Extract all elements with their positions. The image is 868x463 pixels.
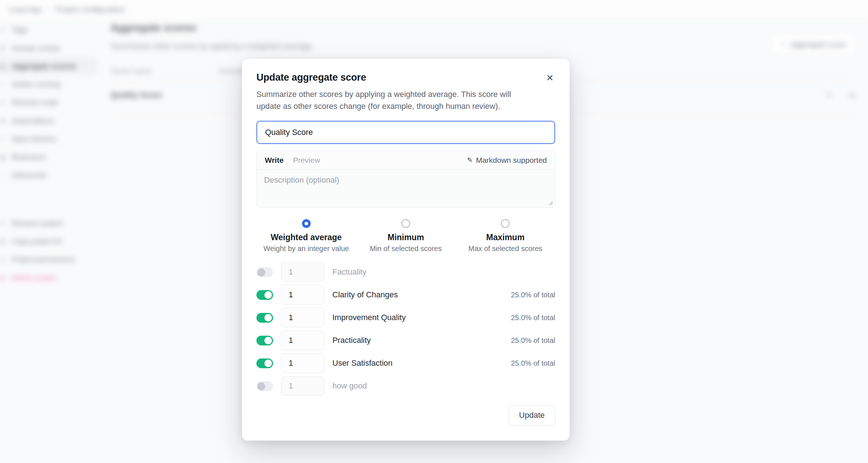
online-scoring-icon: ≈ (0, 80, 12, 88)
sidebar-item-label: Brainstore (12, 153, 46, 161)
sidebar-item-copy-project-id[interactable]: ⊞Copy project ID (0, 232, 97, 250)
score-label: Improvement Quality (332, 313, 406, 322)
markdown-note-label: Markdown supported (476, 156, 547, 165)
mode-option-weighted-average[interactable]: Weighted averageWeight by an integer val… (256, 219, 356, 253)
mode-sublabel: Min of selected scores (370, 245, 442, 253)
top-bar: Loop logs / Project configuration (0, 0, 868, 20)
score-label: Factuality (332, 267, 366, 277)
toggle-knob-icon (264, 360, 272, 367)
score-label: how good (332, 381, 367, 391)
score-label: User Satisfaction (332, 358, 392, 368)
score-toggle[interactable] (256, 313, 273, 323)
advanced-icon: ⋯ (0, 171, 12, 179)
sidebar-item-label: Delete project (12, 273, 56, 282)
mode-label: Maximum (486, 233, 524, 242)
span-iframes-icon: □ (0, 135, 12, 143)
tab-write[interactable]: Write (265, 156, 284, 165)
score-name-input[interactable] (256, 121, 555, 144)
weight-input[interactable] (281, 285, 324, 305)
automations-icon: ⚙ (0, 116, 12, 125)
radio-icon[interactable] (501, 219, 510, 228)
sidebar-item-aggregate-scores[interactable]: ◎Aggregate scores (0, 57, 97, 75)
score-share: 25.0% of total (511, 336, 555, 345)
breadcrumb-project[interactable]: Loop logs (9, 5, 42, 13)
mode-options: Weighted averageWeight by an integer val… (256, 219, 555, 253)
brainstore-icon: ▤ (0, 153, 12, 161)
score-name-cell: Quality Score (111, 90, 162, 100)
toggle-knob-icon (258, 268, 265, 276)
score-label: Practicality (332, 336, 371, 345)
score-row: User Satisfaction25.0% of total (256, 353, 555, 373)
score-toggle[interactable] (256, 267, 273, 277)
close-icon[interactable]: ✕ (545, 72, 555, 84)
description-textarea[interactable] (257, 170, 555, 207)
add-aggregate-score-label: Aggregate score (791, 40, 847, 49)
mode-sublabel: Weight by an integer value (263, 245, 349, 253)
add-aggregate-score-button[interactable]: + Aggregate score (772, 35, 856, 54)
rename-icon: ✎ (0, 219, 12, 227)
sidebar-item-label: Remote evals (12, 98, 58, 107)
description-editor: Write Preview ✎ Markdown supported (256, 150, 555, 208)
score-share: 25.0% of total (511, 359, 555, 368)
sidebar-item-span-iframes[interactable]: □Span iframes (0, 130, 97, 148)
resize-handle-icon[interactable] (547, 200, 553, 205)
score-toggle[interactable] (256, 336, 273, 345)
mode-option-maximum[interactable]: MaximumMax of selected scores (456, 219, 555, 253)
pen-icon: ✎ (467, 156, 473, 164)
update-button[interactable]: Update (509, 405, 555, 425)
score-toggle[interactable] (256, 381, 273, 391)
toggle-knob-icon (264, 291, 272, 299)
sidebar-item-remote-evals[interactable]: ✎Remote evals (0, 93, 97, 111)
sidebar-item-label: Span iframes (12, 135, 56, 143)
sidebar-item-label: Rename project (12, 219, 63, 227)
sidebar-item-brainstore[interactable]: ▤Brainstore (0, 148, 97, 166)
score-share: 25.0% of total (511, 314, 555, 322)
sidebar-item-delete-project[interactable]: ⊘Delete project (0, 269, 97, 287)
tab-preview[interactable]: Preview (293, 156, 320, 165)
page-title: Aggregate scores (111, 22, 856, 34)
weight-input[interactable] (281, 376, 324, 396)
sidebar-item-rename-project[interactable]: ✎Rename project (0, 214, 97, 232)
sidebar-item-label: Automations (12, 116, 54, 125)
radio-icon[interactable] (302, 219, 311, 228)
weight-input[interactable] (281, 353, 324, 373)
sidebar-item-label: Human review (12, 43, 60, 52)
sidebar-item-label: Copy project ID (12, 237, 62, 246)
mode-option-minimum[interactable]: MinimumMin of selected scores (356, 219, 455, 253)
score-row: Improvement Quality25.0% of total (256, 308, 555, 327)
update-aggregate-score-modal: Update aggregate score ✕ Summarize other… (242, 59, 570, 441)
sidebar-item-project-permissions[interactable]: ◻Project permissions (0, 250, 97, 268)
page-subtitle: Summarize other scores by applying a wei… (111, 42, 856, 51)
modal-title: Update aggregate score (256, 72, 366, 83)
toggle-knob-icon (264, 314, 272, 322)
weight-input[interactable] (281, 262, 324, 282)
weight-input[interactable] (281, 308, 324, 327)
weight-input[interactable] (281, 331, 324, 350)
toggle-knob-icon (264, 337, 272, 344)
toggle-knob-icon (258, 382, 265, 390)
remote-evals-icon: ✎ (0, 98, 12, 107)
mode-sublabel: Max of selected scores (468, 245, 542, 253)
trash-icon[interactable]: ⊘ (849, 91, 856, 99)
sidebar-item-label: Advanced (12, 171, 46, 179)
breadcrumb-separator: / (48, 5, 50, 13)
score-rows: FactualityClarity of Changes25.0% of tot… (256, 262, 555, 396)
edit-icon[interactable]: ✎ (826, 91, 833, 99)
breadcrumb-page[interactable]: Project configuration (56, 5, 125, 13)
sidebar-item-advanced[interactable]: ⋯Advanced (0, 166, 97, 184)
sidebar-item-human-review[interactable]: ☰Human review (0, 39, 97, 57)
sidebar-item-tags[interactable]: ◇Tags (0, 21, 97, 39)
sidebar-nav: ◇Tags☰Human review◎Aggregate scores≈Onli… (0, 21, 97, 184)
score-toggle[interactable] (256, 358, 273, 368)
trash-icon: ⊘ (0, 273, 12, 282)
sidebar-item-label: Tags (12, 25, 28, 34)
plus-icon: + (781, 40, 786, 50)
score-label: Clarity of Changes (332, 290, 398, 300)
sidebar-item-automations[interactable]: ⚙Automations (0, 111, 97, 129)
score-row: Practicality25.0% of total (256, 331, 555, 350)
tag-icon: ◇ (0, 26, 12, 34)
score-toggle[interactable] (256, 290, 273, 300)
score-share: 25.0% of total (511, 291, 555, 299)
sidebar-item-online-scoring[interactable]: ≈Online scoring (0, 75, 97, 93)
radio-icon[interactable] (401, 219, 410, 228)
